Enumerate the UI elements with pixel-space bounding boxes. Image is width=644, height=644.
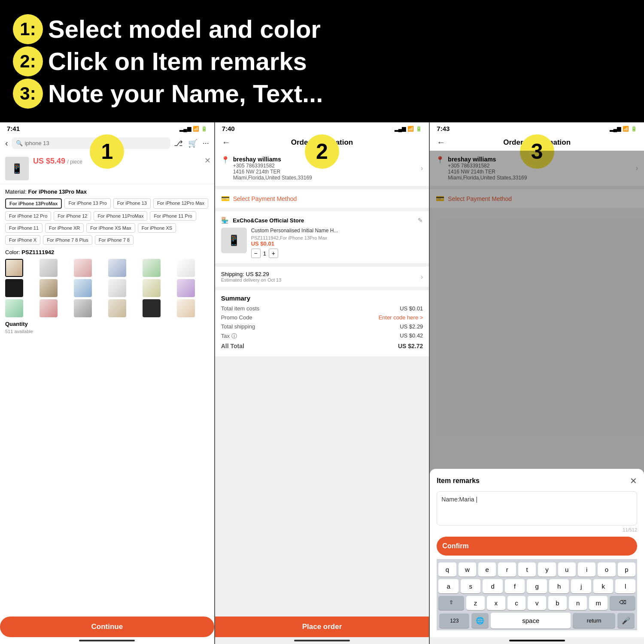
store-icon: 🏪 (221, 217, 228, 224)
key-y[interactable]: y (538, 562, 556, 577)
instruction-text-3: Note your Name, Text... (48, 80, 323, 107)
model-tag-9[interactable]: For iPhone XR (45, 223, 84, 233)
phone2-back-icon[interactable]: ← (222, 137, 231, 147)
delete-key[interactable]: ⌫ (610, 596, 635, 610)
more-icon[interactable]: ··· (203, 139, 209, 148)
key-w[interactable]: w (459, 562, 476, 577)
key-q[interactable]: q (438, 562, 456, 577)
color-swatch-14[interactable] (39, 299, 58, 317)
color-swatch-7[interactable] (5, 279, 23, 297)
globe-key[interactable]: 🌐 (471, 613, 489, 628)
color-swatch-12[interactable] (177, 279, 195, 297)
color-swatch-16[interactable] (108, 299, 126, 317)
key-z[interactable]: z (466, 596, 485, 610)
key-a[interactable]: a (438, 579, 459, 593)
key-e[interactable]: e (478, 562, 496, 577)
color-swatch-15[interactable] (74, 299, 92, 317)
instructions-section: 1: Select model and color 2: Click on It… (0, 0, 644, 122)
qty-decrease[interactable]: − (251, 249, 261, 258)
key-b[interactable]: b (548, 596, 567, 610)
remarks-input[interactable]: Name:Maria | (437, 491, 637, 526)
key-r[interactable]: r (498, 562, 516, 577)
color-swatch-13[interactable] (5, 299, 23, 317)
order-item-details: Custom Personalised Initial Name H... PS… (251, 228, 423, 258)
key-u[interactable]: u (558, 562, 576, 577)
phone2-time: 7:40 (222, 125, 235, 132)
key-d[interactable]: d (483, 579, 503, 593)
color-swatch-5[interactable] (143, 259, 161, 277)
phone3-back-icon[interactable]: ← (437, 137, 445, 147)
color-swatch-9[interactable] (74, 279, 92, 297)
model-tag-7[interactable]: For iPhone 11 Pro (150, 211, 196, 221)
key-h[interactable]: h (549, 579, 569, 593)
key-g[interactable]: g (527, 579, 547, 593)
summary-row-total: All Total US $2.72 (221, 343, 423, 349)
confirm-button[interactable]: Confirm (437, 537, 637, 556)
key-x[interactable]: x (487, 596, 505, 610)
space-key[interactable]: space (491, 613, 571, 629)
share-icon[interactable]: ⎇ (174, 139, 183, 148)
phone-1: 1 7:41 ▂▄▆ 📶 🔋 ‹ 🔍 iphone 13 ⎇ 🛒 ··· (0, 122, 215, 644)
modal-close-icon[interactable]: ✕ (630, 476, 637, 486)
key-k[interactable]: k (593, 579, 614, 593)
color-swatch-8[interactable] (39, 279, 58, 297)
key-j[interactable]: j (571, 579, 591, 593)
model-tag-1[interactable]: For iPhone 13 Pro (64, 198, 110, 209)
color-label: Color: PSZ1111942 (5, 249, 209, 255)
model-tag-0[interactable]: For iPhone 13ProMax (5, 198, 62, 209)
key-t[interactable]: t (518, 562, 536, 577)
order-item-sub: PSZ1111942,For iPhone 13Pro Max (251, 235, 423, 240)
cart-icon[interactable]: 🛒 (188, 139, 197, 148)
model-tag-4[interactable]: For iPhone 12 Pro (5, 211, 51, 221)
model-tag-13[interactable]: For iPhone 7 8 Plus (43, 235, 92, 245)
back-icon[interactable]: ‹ (5, 138, 8, 148)
key-c[interactable]: c (507, 596, 526, 610)
model-tag-2[interactable]: For iPhone 13 (113, 198, 151, 209)
model-tag-8[interactable]: For iPhone 11 (5, 223, 43, 233)
qty-number: 1 (263, 250, 266, 257)
phone2-step-badge: 2 (305, 134, 339, 169)
instruction-text-1: Select model and color (48, 15, 321, 43)
color-swatch-11[interactable] (143, 279, 161, 297)
close-button[interactable]: ✕ (204, 156, 211, 165)
model-tag-14[interactable]: For iPhone 7 8 (95, 235, 134, 245)
payment-section[interactable]: 💳 Select Payment Method (215, 189, 429, 208)
color-swatch-4[interactable] (108, 259, 126, 277)
key-p[interactable]: p (618, 562, 635, 577)
color-swatch-10[interactable] (108, 279, 126, 297)
model-tag-10[interactable]: For iPhone XS Max (86, 223, 135, 233)
model-tag-3[interactable]: For iPhone 12Pro Max (153, 198, 208, 209)
product-price-info: US $5.49 / piece (33, 157, 82, 166)
model-tag-6[interactable]: For iPhone 11ProMax (94, 211, 147, 221)
key-i[interactable]: i (578, 562, 595, 577)
order-item-row: 📱 Custom Personalised Initial Name H... … (221, 228, 423, 258)
color-swatch-3[interactable] (74, 259, 92, 277)
summary-row-promo[interactable]: Promo Code Enter code here > (221, 314, 423, 321)
model-tag-11[interactable]: For iPhone XS (138, 223, 176, 233)
key-l[interactable]: l (615, 579, 635, 593)
model-tag-5[interactable]: For iPhone 12 (54, 211, 91, 221)
qty-increase[interactable]: + (269, 249, 278, 258)
microphone-key[interactable]: 🎤 (617, 613, 635, 628)
color-swatch-6[interactable] (177, 259, 195, 277)
return-key[interactable]: return (573, 613, 615, 628)
key-f[interactable]: f (505, 579, 525, 593)
color-swatch-1[interactable] (5, 259, 23, 277)
color-swatch-18[interactable] (177, 299, 195, 317)
numbers-key[interactable]: 123 (439, 614, 469, 628)
key-n[interactable]: n (569, 596, 587, 610)
color-swatch-2[interactable] (39, 259, 58, 277)
place-order-button[interactable]: Place order (215, 617, 429, 637)
color-swatch-17[interactable] (143, 299, 161, 317)
edit-icon[interactable]: ✎ (418, 217, 423, 224)
key-s[interactable]: s (461, 579, 481, 593)
phone-3: 3 7:43 ▂▄▆ 📶 🔋 ← Order Confirmation 📍 br (430, 122, 644, 644)
model-tag-12[interactable]: For iPhone X (5, 235, 40, 245)
location-icon: 📍 (221, 156, 230, 164)
key-m[interactable]: m (589, 596, 608, 610)
all-total-val: US $2.72 (398, 343, 423, 349)
key-o[interactable]: o (598, 562, 615, 577)
key-v[interactable]: v (528, 596, 546, 610)
continue-button[interactable]: Continue (0, 617, 214, 637)
shift-key[interactable]: ⇧ (438, 596, 464, 610)
